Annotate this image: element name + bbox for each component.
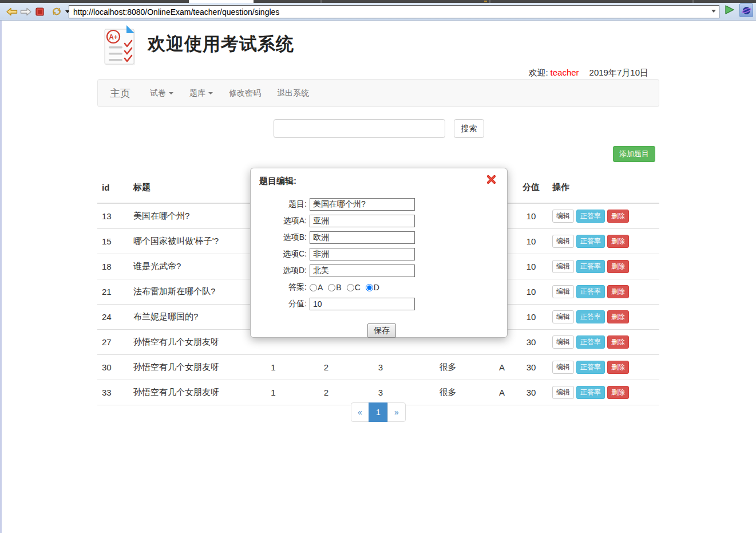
field-label-question: 题目: (256, 199, 307, 210)
field-label-option-d: 选项D: (256, 266, 307, 276)
delete-button[interactable]: 删除 (607, 386, 629, 399)
edit-button[interactable]: 编辑 (552, 235, 574, 248)
cell-option-a: 1 (249, 355, 298, 380)
screen: A+ 欢迎使用考试系统 欢迎:teacher2019年7月10日 主页 试卷 题… (0, 0, 756, 533)
delete-button[interactable]: 删除 (607, 361, 629, 374)
add-question-button[interactable]: 添加题目 (613, 146, 655, 162)
cell-title: 谁是光武帝? (129, 254, 249, 279)
cell-score: 10 (514, 229, 548, 254)
field-label-answer: 答案: (256, 282, 307, 293)
delete-button[interactable]: 删除 (607, 235, 629, 248)
cell-id: 18 (97, 254, 129, 279)
correct-rate-button[interactable]: 正答率 (576, 235, 605, 248)
run-icon[interactable] (725, 5, 735, 17)
cell-actions: 编辑正答率删除 (548, 380, 659, 405)
cell-actions: 编辑正答率删除 (548, 330, 659, 355)
search-button[interactable]: 搜索 (454, 119, 484, 138)
edit-button[interactable]: 编辑 (552, 386, 574, 399)
cell-actions: 编辑正答率删除 (548, 254, 659, 279)
edit-button[interactable]: 编辑 (552, 361, 574, 374)
url-input[interactable] (69, 5, 719, 18)
forward-icon[interactable] (19, 5, 33, 18)
correct-rate-button[interactable]: 正答率 (576, 386, 605, 399)
cell-id: 13 (97, 203, 129, 229)
option-c-input[interactable] (310, 248, 415, 260)
back-icon[interactable] (5, 5, 19, 18)
col-actions: 操作 (548, 172, 659, 203)
nav-papers[interactable]: 试卷 (142, 88, 181, 98)
correct-rate-button[interactable]: 正答率 (576, 210, 605, 223)
browser-globe-icon[interactable] (739, 3, 753, 17)
correct-rate-button[interactable]: 正答率 (576, 260, 605, 273)
edit-button[interactable]: 编辑 (552, 260, 574, 273)
search-input[interactable] (274, 119, 445, 138)
nav-question-bank[interactable]: 题库 (181, 88, 221, 98)
welcome-label: 欢迎: (528, 68, 548, 77)
field-label-option-a: 选项A: (256, 216, 307, 226)
table-row: 30 孙悟空有几个女朋友呀 1 2 3 很多 A 30 编辑正答率删除 (97, 355, 659, 380)
cell-option-a: 1 (249, 380, 298, 405)
svg-text:A+: A+ (109, 33, 118, 41)
field-label-score: 分值: (256, 299, 307, 309)
edit-button[interactable]: 编辑 (552, 285, 574, 298)
cell-option-d: 很多 (406, 380, 489, 405)
cell-title: 法布雷加斯在哪个队? (129, 279, 249, 305)
delete-button[interactable]: 删除 (607, 210, 629, 223)
welcome-line: 欢迎:teacher2019年7月10日 (528, 68, 648, 78)
cell-title: 布兰妮是哪国的? (129, 305, 249, 330)
url-dropdown-icon[interactable] (711, 10, 716, 13)
field-label-option-b: 选项B: (256, 232, 307, 243)
cell-actions: 编辑正答率删除 (548, 355, 659, 380)
cell-score: 10 (514, 203, 548, 229)
edit-button[interactable]: 编辑 (552, 335, 574, 349)
cell-score: 10 (514, 305, 548, 330)
cell-score: 30 (514, 355, 548, 380)
correct-rate-button[interactable]: 正答率 (576, 335, 605, 349)
pagination-next[interactable]: » (387, 402, 406, 422)
col-score: 分值 (514, 172, 548, 203)
correct-rate-button[interactable]: 正答率 (576, 361, 605, 374)
cell-id: 27 (97, 330, 129, 355)
option-b-input[interactable] (310, 231, 415, 244)
cell-answer: A (489, 355, 514, 380)
delete-button[interactable]: 删除 (607, 310, 629, 323)
nav-change-password[interactable]: 修改密码 (221, 88, 269, 98)
edit-button[interactable]: 编辑 (552, 210, 574, 223)
col-id: id (97, 172, 129, 203)
correct-rate-button[interactable]: 正答率 (576, 310, 605, 323)
option-a-input[interactable] (310, 215, 415, 227)
modal-title: 题目编辑: (259, 176, 296, 187)
correct-rate-button[interactable]: 正答率 (576, 285, 605, 298)
cell-actions: 编辑正答率删除 (548, 279, 659, 305)
col-title: 标题 (129, 172, 249, 203)
answer-radio-group: A B C D (310, 283, 385, 292)
refresh-icon[interactable] (50, 5, 64, 18)
answer-radio[interactable] (347, 284, 354, 291)
close-icon[interactable] (486, 175, 496, 184)
answer-radio[interactable] (366, 284, 373, 291)
score-input[interactable] (310, 298, 415, 310)
option-d-input[interactable] (310, 264, 415, 277)
cell-option-b: 2 (298, 355, 355, 380)
modal-body: 题目: 选项A: 选项B: 选项C: 选项D: 答案: (251, 198, 507, 338)
pagination-prev[interactable]: « (351, 402, 369, 422)
cell-id: 30 (97, 355, 129, 380)
pagination-page-1[interactable]: 1 (369, 402, 388, 422)
save-button[interactable]: 保存 (367, 323, 396, 338)
edit-button[interactable]: 编辑 (552, 310, 574, 323)
nav-home[interactable]: 主页 (98, 86, 142, 100)
delete-button[interactable]: 删除 (607, 285, 629, 298)
navbar: 主页 试卷 题库 修改密码 退出系统 (97, 79, 659, 107)
cell-actions: 编辑正答率删除 (548, 229, 659, 254)
answer-radio[interactable] (310, 284, 317, 291)
question-input[interactable] (310, 198, 415, 211)
delete-button[interactable]: 删除 (607, 335, 629, 349)
answer-radio[interactable] (328, 284, 335, 291)
chevron-down-icon (169, 92, 173, 94)
chevron-down-icon (208, 92, 213, 94)
stop-icon[interactable] (33, 5, 46, 18)
nav-logout[interactable]: 退出系统 (269, 88, 317, 98)
cell-option-c: 3 (355, 355, 406, 380)
username: teacher (551, 68, 579, 77)
delete-button[interactable]: 删除 (607, 260, 629, 273)
